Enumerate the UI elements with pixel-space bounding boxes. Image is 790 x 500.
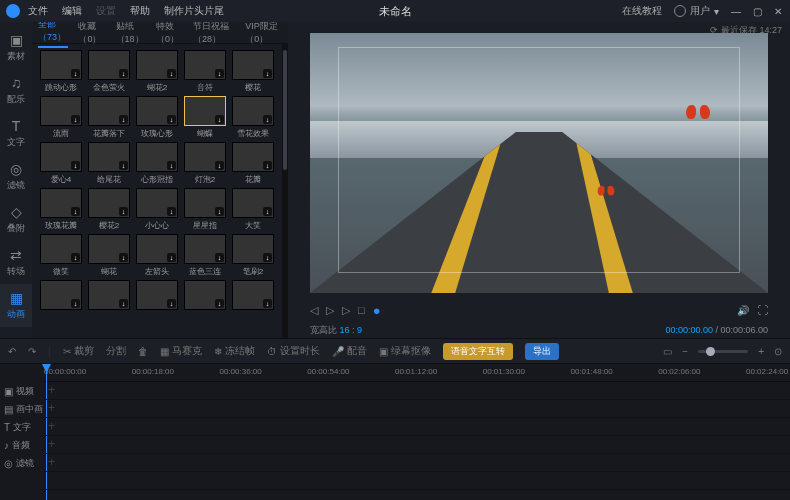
download-icon[interactable]: ↓ bbox=[71, 69, 80, 78]
asset-thumb[interactable]: ↓ bbox=[40, 50, 82, 80]
download-icon[interactable]: ↓ bbox=[119, 207, 128, 216]
download-icon[interactable]: ↓ bbox=[71, 115, 80, 124]
asset-item[interactable]: ↓花瓣 bbox=[232, 142, 274, 185]
add-clip-button[interactable]: + bbox=[48, 437, 55, 451]
download-icon[interactable]: ↓ bbox=[167, 299, 176, 308]
rail-item-动画[interactable]: ▦动画 bbox=[0, 284, 32, 327]
next-frame-button[interactable]: ▷ bbox=[342, 304, 350, 317]
asset-thumb[interactable]: ↓ bbox=[40, 96, 82, 126]
stop-button[interactable]: □ bbox=[358, 304, 365, 316]
asset-item[interactable]: ↓给尾花 bbox=[88, 142, 130, 185]
freeze-button[interactable]: ❄ 冻结帧 bbox=[214, 344, 255, 358]
asset-tab[interactable]: 贴纸（18） bbox=[116, 20, 146, 46]
asset-item[interactable]: ↓金色萤火 bbox=[88, 50, 130, 93]
asset-item[interactable]: ↓蝴花2 bbox=[136, 50, 178, 93]
asset-thumb[interactable]: ↓ bbox=[232, 188, 274, 218]
download-icon[interactable]: ↓ bbox=[215, 161, 224, 170]
asset-thumb[interactable]: ↓ bbox=[184, 188, 226, 218]
asset-item[interactable]: ↓ bbox=[184, 280, 226, 312]
add-clip-button[interactable]: + bbox=[48, 401, 55, 415]
asset-thumb[interactable]: ↓ bbox=[232, 142, 274, 172]
timeline-tracks[interactable]: 00:00:00:0000:00:18:0000:00:36:0000:00:5… bbox=[44, 364, 790, 500]
menu-file[interactable]: 文件 bbox=[28, 4, 48, 18]
maximize-icon[interactable]: ▢ bbox=[753, 6, 762, 17]
close-icon[interactable]: ✕ bbox=[774, 6, 782, 17]
asset-thumb[interactable]: ↓ bbox=[136, 280, 178, 310]
asset-thumb[interactable]: ↓ bbox=[136, 96, 178, 126]
redo-button[interactable]: ↷ bbox=[28, 346, 36, 357]
rail-item-素材[interactable]: ▣素材 bbox=[0, 26, 32, 69]
asset-item[interactable]: ↓ bbox=[232, 280, 274, 312]
asset-item[interactable]: ↓玫瑰花瓣 bbox=[40, 188, 82, 231]
download-icon[interactable]: ↓ bbox=[215, 299, 224, 308]
aspect-ratio-select[interactable]: 16 : 9 bbox=[340, 325, 363, 335]
download-icon[interactable]: ↓ bbox=[71, 161, 80, 170]
asset-item[interactable]: ↓爱心4 bbox=[40, 142, 82, 185]
track-row[interactable]: + bbox=[44, 436, 790, 454]
crop-button[interactable]: ✂ 裁剪 bbox=[63, 344, 94, 358]
asset-thumb[interactable]: ↓ bbox=[136, 234, 178, 264]
asset-thumb[interactable]: ↓ bbox=[40, 234, 82, 264]
add-clip-button[interactable]: + bbox=[48, 455, 55, 469]
asset-thumb[interactable]: ↓ bbox=[232, 280, 274, 310]
zoom-slider[interactable] bbox=[698, 350, 748, 353]
asset-item[interactable]: ↓跳动心形 bbox=[40, 50, 82, 93]
asset-thumb[interactable]: ↓ bbox=[232, 234, 274, 264]
duration-button[interactable]: ⏱ 设置时长 bbox=[267, 344, 320, 358]
timeline-ruler[interactable]: 00:00:00:0000:00:18:0000:00:36:0000:00:5… bbox=[44, 364, 790, 382]
fullscreen-button[interactable]: ⛶ bbox=[757, 304, 768, 316]
asset-thumb[interactable]: ↓ bbox=[136, 142, 178, 172]
asset-thumb[interactable]: ↓ bbox=[136, 188, 178, 218]
asset-thumb[interactable]: ↓ bbox=[232, 50, 274, 80]
track-row[interactable] bbox=[44, 472, 790, 490]
asset-item[interactable]: ↓流雨 bbox=[40, 96, 82, 139]
download-icon[interactable]: ↓ bbox=[215, 253, 224, 262]
asset-thumb[interactable]: ↓ bbox=[232, 96, 274, 126]
download-icon[interactable]: ↓ bbox=[119, 161, 128, 170]
play-button[interactable]: ▷ bbox=[326, 304, 334, 317]
download-icon[interactable]: ↓ bbox=[119, 115, 128, 124]
minimize-icon[interactable]: — bbox=[731, 6, 741, 17]
online-tutorial-link[interactable]: 在线教程 bbox=[622, 4, 662, 18]
asset-thumb[interactable]: ↓ bbox=[88, 188, 130, 218]
asset-item[interactable]: ↓樱花2 bbox=[88, 188, 130, 231]
asset-item[interactable]: ↓花瓣落下 bbox=[88, 96, 130, 139]
preview-frame[interactable] bbox=[310, 33, 768, 293]
download-icon[interactable]: ↓ bbox=[71, 253, 80, 262]
asset-item[interactable]: ↓灯泡2 bbox=[184, 142, 226, 185]
scrollbar-thumb[interactable] bbox=[283, 50, 287, 170]
asset-thumb[interactable]: ↓ bbox=[88, 142, 130, 172]
asset-tab[interactable]: VIP限定（0） bbox=[245, 20, 282, 46]
chromakey-button[interactable]: ▣ 绿幕抠像 bbox=[379, 344, 431, 358]
asset-item[interactable]: ↓左箭头 bbox=[136, 234, 178, 277]
user-menu[interactable]: 用户 ▾ bbox=[674, 4, 719, 18]
asset-item[interactable]: ↓ bbox=[136, 280, 178, 312]
rail-item-转场[interactable]: ⇄转场 bbox=[0, 241, 32, 284]
asset-item[interactable]: ↓大笑 bbox=[232, 188, 274, 231]
asset-item[interactable]: ↓小心心 bbox=[136, 188, 178, 231]
asset-item[interactable]: ↓ bbox=[88, 280, 130, 312]
zoom-fit-icon[interactable]: ⊙ bbox=[774, 346, 782, 357]
download-icon[interactable]: ↓ bbox=[71, 207, 80, 216]
asset-thumb[interactable]: ↓ bbox=[40, 188, 82, 218]
asset-thumb[interactable]: ↓ bbox=[184, 234, 226, 264]
asset-item[interactable]: ↓蓝色三连 bbox=[184, 234, 226, 277]
asset-item[interactable]: ↓蝴花 bbox=[88, 234, 130, 277]
asset-thumb[interactable]: ↓ bbox=[88, 234, 130, 264]
download-icon[interactable]: ↓ bbox=[119, 299, 128, 308]
track-label-画中画[interactable]: ▤画中画 bbox=[0, 400, 44, 418]
asset-item[interactable]: ↓音符 bbox=[184, 50, 226, 93]
asset-item[interactable]: ↓樱花 bbox=[232, 50, 274, 93]
download-icon[interactable]: ↓ bbox=[263, 115, 272, 124]
asset-item[interactable]: ↓蝴蝶 bbox=[184, 96, 226, 139]
download-icon[interactable]: ↓ bbox=[167, 207, 176, 216]
asset-thumb[interactable]: ↓ bbox=[184, 96, 226, 126]
split-button[interactable]: 分割 bbox=[106, 344, 126, 358]
track-row[interactable]: + bbox=[44, 382, 790, 400]
rail-item-滤镜[interactable]: ◎滤镜 bbox=[0, 155, 32, 198]
asset-tab[interactable]: 收藏（0） bbox=[78, 20, 105, 46]
export-button[interactable]: 导出 bbox=[525, 343, 559, 360]
menu-edit[interactable]: 编辑 bbox=[62, 4, 82, 18]
asset-item[interactable]: ↓笔刷2 bbox=[232, 234, 274, 277]
asset-scrollbar[interactable] bbox=[282, 44, 288, 338]
